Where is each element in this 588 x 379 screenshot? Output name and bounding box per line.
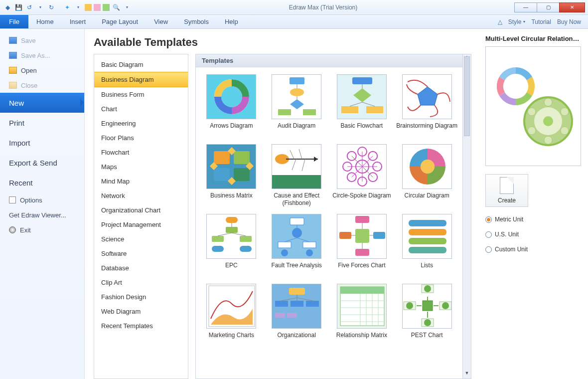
template-thumb — [402, 144, 452, 189]
backstage-body: Save Save As... Open Close New Print Imp… — [0, 29, 588, 379]
unit-label: Custom Unit — [495, 246, 528, 253]
buy-now-link[interactable]: Buy Now — [557, 18, 581, 25]
category-item[interactable]: Fashion Design — [94, 290, 188, 304]
svg-point-137 — [561, 127, 569, 135]
category-item[interactable]: Floor Plans — [94, 131, 188, 145]
category-item[interactable]: Science — [94, 232, 188, 246]
save-icon[interactable]: 💾 — [14, 3, 23, 12]
nav-exit[interactable]: Exit — [0, 222, 84, 237]
page-heading: Available Templates — [94, 36, 471, 49]
preview-panel: Multi-Level Circular Relations... — [480, 29, 588, 379]
scroll-handle[interactable] — [464, 56, 470, 136]
svg-rect-99 — [291, 301, 303, 307]
category-item[interactable]: Software — [94, 246, 188, 261]
nav-import[interactable]: Import — [0, 133, 84, 153]
center-row: Basic DiagramBusiness DiagramBusiness Fo… — [94, 54, 471, 379]
template-item[interactable]: Audit Diagram — [265, 74, 328, 137]
nav-save[interactable]: Save — [0, 33, 84, 48]
nav-save-as[interactable]: Save As... — [0, 48, 84, 63]
ribbon-minimize-icon[interactable]: △ — [498, 18, 502, 25]
qat-button-1[interactable]: ✦ — [63, 3, 72, 12]
qat-button-4[interactable] — [103, 4, 110, 11]
unit-option[interactable]: Metric Unit — [485, 216, 581, 223]
category-item[interactable]: Network — [94, 189, 188, 203]
category-item[interactable]: Clip Art — [94, 275, 188, 290]
category-item[interactable]: Business Diagram — [94, 72, 188, 87]
category-item[interactable]: Basic Diagram — [94, 57, 188, 72]
maximize-button[interactable]: ▢ — [537, 2, 560, 12]
template-item[interactable]: Lists — [395, 214, 458, 277]
unit-option[interactable]: Custom Unit — [485, 246, 581, 253]
template-item[interactable]: Five Forces Chart — [330, 214, 394, 277]
style-link[interactable]: Style ▾ — [508, 18, 526, 25]
tab-symbols[interactable]: Symbols — [176, 15, 217, 28]
nav-export[interactable]: Export & Send — [0, 153, 84, 173]
radio-icon — [485, 216, 492, 223]
qat-caret-icon[interactable]: ▾ — [36, 3, 45, 12]
template-thumb — [337, 214, 387, 259]
category-item[interactable]: Web Diagram — [94, 304, 188, 319]
create-button[interactable]: Create — [485, 174, 528, 207]
category-item[interactable]: Mind Map — [94, 174, 188, 189]
nav-options[interactable]: Options — [0, 192, 84, 207]
category-list[interactable]: Basic DiagramBusiness DiagramBusiness Fo… — [94, 54, 188, 379]
nav-new[interactable]: New — [0, 93, 84, 113]
template-thumb — [272, 74, 321, 119]
svg-rect-101 — [275, 313, 285, 318]
category-item[interactable]: Maps — [94, 160, 188, 174]
template-item[interactable]: Relationship Matrix — [330, 284, 394, 347]
qat-overflow-icon[interactable]: ▾ — [123, 3, 132, 12]
tab-home[interactable]: Home — [28, 15, 62, 28]
qat-button-2[interactable] — [85, 4, 92, 11]
tutorial-link[interactable]: Tutorial — [531, 18, 551, 25]
tab-page-layout[interactable]: Page Layout — [94, 15, 146, 28]
preview-art — [488, 56, 578, 156]
category-item[interactable]: Engineering — [94, 116, 188, 131]
category-item[interactable]: Project Management — [94, 217, 188, 232]
unit-option[interactable]: U.S. Unit — [485, 231, 581, 238]
nav-open[interactable]: Open — [0, 63, 84, 78]
tab-view[interactable]: View — [146, 15, 176, 28]
template-caption: Circle-Spoke Diagram — [332, 192, 391, 207]
file-tab[interactable]: File — [0, 15, 28, 28]
template-item[interactable]: Cause and Effect (Fishbone) — [265, 144, 328, 207]
undo-icon[interactable]: ↺ — [25, 3, 34, 12]
qat-button-3[interactable] — [94, 4, 101, 11]
template-item[interactable]: PEST Chart — [395, 284, 458, 347]
nav-viewer-label: Get Edraw Viewer... — [9, 211, 66, 219]
minimize-button[interactable]: — — [514, 2, 537, 12]
template-item[interactable]: Circular Diagram — [395, 144, 458, 207]
close-button[interactable]: ✕ — [559, 2, 585, 12]
nav-get-viewer[interactable]: Get Edraw Viewer... — [0, 207, 84, 222]
nav-close[interactable]: Close — [0, 78, 84, 93]
template-thumb — [272, 214, 321, 259]
template-item[interactable]: Arrows Diagram — [200, 74, 263, 137]
redo-icon[interactable]: ↻ — [47, 3, 56, 12]
category-item[interactable]: Recent Templates — [94, 319, 188, 333]
templates-scrollbar[interactable]: ▲ ▼ — [463, 54, 471, 379]
tab-help[interactable]: Help — [217, 15, 246, 28]
template-item[interactable]: Circle-Spoke Diagram — [330, 144, 394, 207]
nav-recent[interactable]: Recent — [0, 173, 84, 192]
template-caption: Basic Flowchart — [341, 122, 383, 137]
nav-save-label: Save — [21, 37, 36, 44]
template-item[interactable]: Marketing Charts — [200, 284, 263, 347]
category-item[interactable]: Business Form — [94, 87, 188, 102]
nav-print[interactable]: Print — [0, 113, 84, 133]
template-item[interactable]: Fault Tree Analysis — [265, 214, 328, 277]
qat-caret-2-icon[interactable]: ▾ — [74, 3, 83, 12]
category-item[interactable]: Database — [94, 261, 188, 275]
tab-insert[interactable]: Insert — [62, 15, 94, 28]
template-item[interactable]: Brainstorming Diagram — [395, 74, 458, 137]
category-item[interactable]: Organizational Chart — [94, 203, 188, 217]
template-caption: Fault Tree Analysis — [271, 262, 321, 277]
save-as-icon — [9, 52, 17, 59]
category-item[interactable]: Chart — [94, 102, 188, 116]
template-item[interactable]: EPC — [200, 214, 263, 277]
scroll-down-icon[interactable]: ▼ — [463, 371, 471, 379]
template-item[interactable]: Business Matrix — [200, 144, 263, 207]
template-item[interactable]: Basic Flowchart — [330, 74, 394, 137]
template-item[interactable]: Organizational — [265, 284, 328, 347]
category-item[interactable]: Flowchart — [94, 145, 188, 160]
qat-button-5[interactable]: 🔍 — [112, 3, 121, 12]
